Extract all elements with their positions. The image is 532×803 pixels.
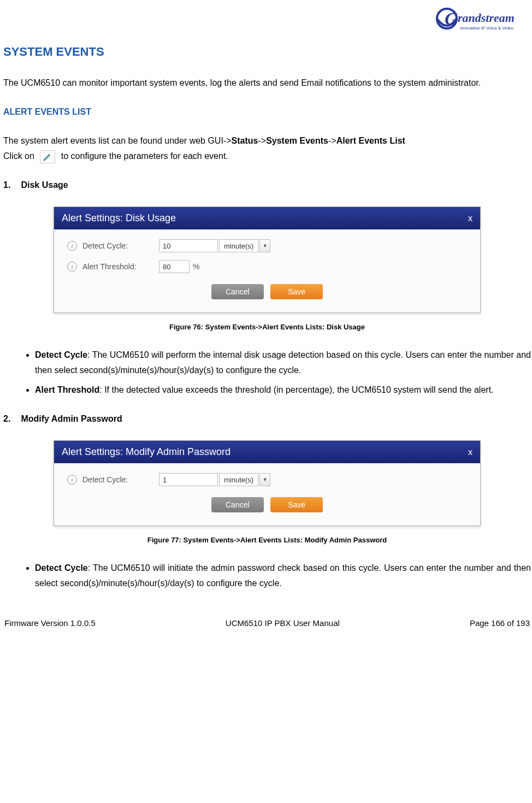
bullet-text-detect-cycle: : The UCM6510 will perform the internal …: [35, 350, 531, 375]
edit-icon: [40, 150, 55, 163]
path-sep1: ->: [258, 136, 266, 145]
dialog-modify-admin-password-header: Alert Settings: Modify Admin Password x: [54, 441, 480, 463]
close-icon[interactable]: x: [468, 214, 472, 223]
bullets-disk-usage: Detect Cycle: The UCM6510 will perform t…: [3, 347, 531, 398]
path-pre: The system alert events list can be foun…: [3, 136, 232, 145]
chevron-down-icon[interactable]: ▼: [259, 239, 270, 252]
footer-doc-title: UCM6510 IP PBX User Manual: [226, 618, 340, 628]
list-item: Detect Cycle: The UCM6510 will initiate …: [35, 560, 531, 591]
input-detect-cycle-2[interactable]: [159, 473, 218, 486]
label-detect-cycle-2: Detect Cycle:: [82, 475, 159, 484]
save-button[interactable]: Save: [270, 284, 323, 299]
svg-text:G: G: [445, 9, 458, 29]
list-item: Alert Threshold: If the detected value e…: [35, 382, 531, 398]
path-alert-list: Alert Events List: [336, 136, 405, 145]
path-sep2: ->: [328, 136, 336, 145]
brand-logo: G randstream Innovative IP Voice & Video: [0, 5, 532, 35]
bullets-modify-password: Detect Cycle: The UCM6510 will initiate …: [3, 560, 531, 591]
save-button[interactable]: Save: [270, 497, 323, 512]
path-status: Status: [232, 136, 258, 145]
bullet-label-alert-threshold: Alert Threshold: [35, 385, 99, 394]
bullet-text-alert-threshold: : If the detected value exceeds the thre…: [99, 385, 493, 394]
input-alert-threshold[interactable]: [159, 260, 190, 273]
dialog-modify-admin-password-title: Alert Settings: Modify Admin Password: [62, 446, 230, 458]
select-time-unit-2[interactable]: minute(s): [219, 473, 258, 486]
dialog-disk-usage-title: Alert Settings: Disk Usage: [62, 212, 176, 224]
bullet-label-detect-cycle-2: Detect Cycle: [35, 563, 88, 572]
intro-paragraph: The UCM6510 can monitor important system…: [3, 75, 531, 91]
select-time-unit[interactable]: minute(s): [219, 239, 258, 252]
item-1-heading: 1. Disk Usage: [3, 180, 531, 190]
close-icon[interactable]: x: [468, 447, 472, 457]
heading-system-events: SYSTEM EVENTS: [3, 45, 531, 59]
info-icon[interactable]: i: [67, 475, 77, 485]
logo-tagline-text: Innovative IP Voice & Video: [460, 26, 514, 31]
item-1-title: Disk Usage: [21, 180, 68, 190]
input-detect-cycle[interactable]: [159, 239, 218, 252]
footer-page-number: Page 166 of 193: [470, 618, 530, 628]
row-detect-cycle: i Detect Cycle: minute(s) ▼: [67, 239, 467, 252]
page-footer: Firmware Version 1.0.0.5 UCM6510 IP PBX …: [3, 602, 531, 633]
cancel-button[interactable]: Cancel: [211, 284, 264, 299]
bullet-label-detect-cycle: Detect Cycle: [35, 350, 87, 359]
figure-76-caption: Figure 76: System Events->Alert Events L…: [3, 323, 531, 331]
dialog-modify-admin-password: Alert Settings: Modify Admin Password x …: [54, 440, 481, 526]
cancel-button[interactable]: Cancel: [211, 497, 264, 512]
heading-alert-events-list: ALERT EVENTS LIST: [3, 107, 531, 117]
row-alert-threshold: i Alert Threshold: %: [67, 260, 467, 273]
dialog-disk-usage-header: Alert Settings: Disk Usage x: [54, 207, 480, 229]
info-icon[interactable]: i: [67, 241, 77, 251]
alert-path-paragraph: The system alert events list can be foun…: [3, 133, 531, 164]
path-system-events: System Events: [266, 136, 328, 145]
item-2-number: 2.: [3, 414, 19, 424]
percent-label: %: [193, 262, 199, 271]
item-2-title: Modify Admin Password: [21, 414, 122, 423]
figure-77-caption: Figure 77: System Events->Alert Events L…: [3, 536, 531, 544]
click-on-post: to configure the parameters for each eve…: [61, 151, 228, 161]
chevron-down-icon[interactable]: ▼: [259, 473, 270, 486]
label-alert-threshold: Alert Threshold:: [82, 262, 159, 271]
info-icon[interactable]: i: [67, 262, 77, 271]
item-1-number: 1.: [3, 180, 19, 190]
click-on-pre: Click on: [3, 151, 37, 161]
label-detect-cycle: Detect Cycle:: [82, 241, 159, 250]
logo-brand-text: randstream: [458, 11, 515, 25]
row-detect-cycle-2: i Detect Cycle: minute(s) ▼: [67, 473, 467, 486]
list-item: Detect Cycle: The UCM6510 will perform t…: [35, 347, 531, 378]
bullet-text-detect-cycle-2: : The UCM6510 will initiate the admin pa…: [35, 563, 531, 588]
item-2-heading: 2. Modify Admin Password: [3, 414, 531, 424]
footer-firmware-version: Firmware Version 1.0.0.5: [4, 618, 96, 628]
dialog-disk-usage: Alert Settings: Disk Usage x i Detect Cy…: [54, 206, 481, 313]
